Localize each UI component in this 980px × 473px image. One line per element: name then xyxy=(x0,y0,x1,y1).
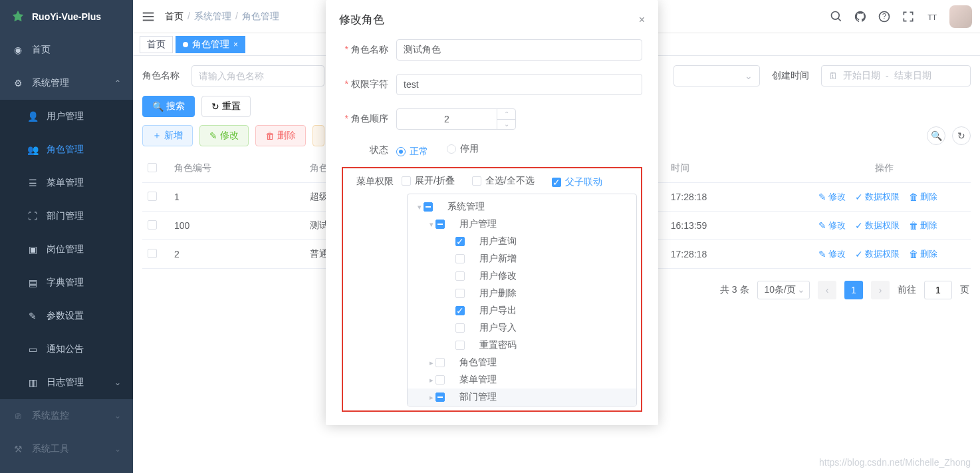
pager-total: 共 3 条 xyxy=(720,284,749,296)
avatar[interactable] xyxy=(949,5,972,28)
row-checkbox[interactable] xyxy=(148,220,157,230)
log-icon: ▥ xyxy=(27,377,39,388)
chevron-down-icon: ⌄ xyxy=(114,411,121,420)
app-logo: RuoYi-Vue-Plus xyxy=(0,0,133,33)
spin-down-icon[interactable]: ⌄ xyxy=(497,120,515,130)
cell-time: 17:28:18 xyxy=(666,183,798,212)
reset-button[interactable]: ↻重置 xyxy=(201,96,251,117)
node-sysmgmt[interactable]: ▾系统管理 xyxy=(408,198,636,216)
chevron-down-icon: ⌄ xyxy=(114,444,121,454)
cb-linkage[interactable]: ✓父子联动 xyxy=(552,176,602,188)
row-checkbox[interactable] xyxy=(148,249,157,258)
breadcrumb-role: 角色管理 xyxy=(242,11,279,21)
trash-icon: 🗑 xyxy=(265,130,275,141)
node-usermgmt[interactable]: ▾用户管理 xyxy=(408,216,636,233)
node-userdel[interactable]: 用户删除 xyxy=(408,285,636,302)
sidebar-item-param[interactable]: ✎参数设置 xyxy=(0,299,133,333)
row-checkbox[interactable] xyxy=(148,192,157,201)
breadcrumb: 首页/系统管理/角色管理 xyxy=(165,11,279,23)
node-menumgmt[interactable]: ▸菜单管理 xyxy=(408,371,636,389)
node-deptmgmt[interactable]: ▸部门管理 xyxy=(408,389,636,406)
sidebar-item-sysmgmt[interactable]: ⚙ 系统管理 ⌃ xyxy=(0,67,133,100)
node-rolemgmt[interactable]: ▸角色管理 xyxy=(408,354,636,371)
export-button[interactable] xyxy=(312,125,324,146)
sidebar-item-menu[interactable]: ☰菜单管理 xyxy=(0,166,133,200)
row-delete[interactable]: 🗑删除 xyxy=(909,191,937,203)
select-all-checkbox[interactable] xyxy=(148,163,157,172)
page-1[interactable]: 1 xyxy=(844,281,863,299)
prev-page[interactable]: ‹ xyxy=(818,281,836,299)
breadcrumb-home[interactable]: 首页 xyxy=(165,11,184,21)
row-edit[interactable]: ✎修改 xyxy=(818,248,846,260)
check-icon: ✓ xyxy=(855,192,863,202)
cb-expand[interactable]: 展开/折叠 xyxy=(402,175,455,187)
sidebar-item-dept[interactable]: ⛶部门管理 xyxy=(0,200,133,233)
node-userimport[interactable]: 用户导入 xyxy=(408,319,636,337)
row-dataperm[interactable]: ✓数据权限 xyxy=(855,248,900,260)
sidebar-item-log[interactable]: ▥日志管理⌄ xyxy=(0,366,133,399)
fullscreen-icon[interactable] xyxy=(902,10,915,23)
sidebar-item-role[interactable]: 👥角色管理 xyxy=(0,133,133,166)
fld-rolename-input[interactable] xyxy=(396,39,642,61)
node-postmgmt[interactable]: ▸岗位管理 xyxy=(408,406,636,406)
row-delete[interactable]: 🗑删除 xyxy=(909,220,937,232)
plus-icon: ＋ xyxy=(152,130,162,142)
node-userexport[interactable]: ✓用户导出 xyxy=(408,302,636,319)
breadcrumb-sys[interactable]: 系统管理 xyxy=(194,11,231,21)
fontsize-icon[interactable]: TT xyxy=(925,10,939,23)
dialog-title: 修改角色 xyxy=(339,12,384,27)
search-icon[interactable] xyxy=(830,10,843,23)
message-icon: ▭ xyxy=(27,344,39,355)
active-dot-icon xyxy=(183,42,188,47)
row-dataperm[interactable]: ✓数据权限 xyxy=(855,220,900,232)
sidebar-item-tools[interactable]: ⚒系统工具⌄ xyxy=(0,432,133,466)
row-edit[interactable]: ✎修改 xyxy=(818,191,846,203)
fld-order-input[interactable]: 2 ⌃⌄ xyxy=(396,108,516,130)
delete-button[interactable]: 🗑删除 xyxy=(255,125,306,146)
edit-button[interactable]: ✎修改 xyxy=(199,125,249,146)
node-userquery[interactable]: ✓用户查询 xyxy=(408,233,636,250)
node-resetpwd[interactable]: 重置密码 xyxy=(408,337,636,354)
cell-id: 2 xyxy=(169,240,305,269)
tab-home[interactable]: 首页 xyxy=(140,36,173,53)
hide-search-button[interactable]: 🔍 xyxy=(927,126,945,145)
radio-disabled[interactable]: 停用 xyxy=(447,143,479,155)
cb-selectall[interactable]: 全选/全不选 xyxy=(472,175,535,187)
sidebar-item-user[interactable]: 👤用户管理 xyxy=(0,100,133,133)
edit-role-dialog: 修改角色 × *角色名称 *权限字符 *角色顺序 2 ⌃⌄ 状态 正常 停用 xyxy=(326,0,658,425)
close-icon[interactable]: × xyxy=(639,14,645,26)
page-size-select[interactable]: 10条/页⌄ xyxy=(757,281,810,299)
add-button[interactable]: ＋新增 xyxy=(142,125,193,146)
sidebar-item-monitor[interactable]: ⎚系统监控⌄ xyxy=(0,399,133,432)
node-useradd[interactable]: 用户新增 xyxy=(408,250,636,267)
search-button[interactable]: 🔍搜索 xyxy=(142,96,195,117)
github-icon[interactable] xyxy=(854,10,867,23)
refresh-button[interactable]: ↻ xyxy=(952,126,971,145)
next-page[interactable]: › xyxy=(871,281,890,299)
refresh-icon: ↻ xyxy=(211,101,219,112)
status-select[interactable]: ⌄ xyxy=(674,65,760,86)
svg-text:T: T xyxy=(932,13,937,21)
edit-icon: ✎ xyxy=(209,130,217,141)
row-dataperm[interactable]: ✓数据权限 xyxy=(855,191,900,203)
sidebar-item-post[interactable]: ▣岗位管理 xyxy=(0,233,133,266)
hamburger-icon[interactable] xyxy=(141,9,156,24)
sidebar-item-home[interactable]: ◉ 首页 xyxy=(0,33,133,67)
help-icon[interactable]: ? xyxy=(878,10,891,23)
date-range-picker[interactable]: 🗓 开始日期-结束日期 xyxy=(821,65,971,86)
node-useredit[interactable]: 用户修改 xyxy=(408,267,636,285)
row-delete[interactable]: 🗑删除 xyxy=(909,248,937,260)
tab-role[interactable]: 角色管理× xyxy=(176,36,245,53)
row-edit[interactable]: ✎修改 xyxy=(818,220,846,232)
close-icon[interactable]: × xyxy=(233,40,238,49)
fld-permkey-input[interactable] xyxy=(396,74,642,95)
sidebar-item-notice[interactable]: ▭通知公告 xyxy=(0,333,133,366)
sidebar-item-dict[interactable]: ▤字典管理 xyxy=(0,266,133,299)
trash-icon: 🗑 xyxy=(909,249,918,259)
cell-time: 16:13:59 xyxy=(666,212,798,240)
spin-up-icon[interactable]: ⌃ xyxy=(497,109,515,120)
chevron-up-icon: ⌃ xyxy=(114,79,121,88)
goto-input[interactable] xyxy=(924,281,952,299)
radio-normal[interactable]: 正常 xyxy=(396,146,428,158)
rolename-input[interactable] xyxy=(191,65,324,86)
